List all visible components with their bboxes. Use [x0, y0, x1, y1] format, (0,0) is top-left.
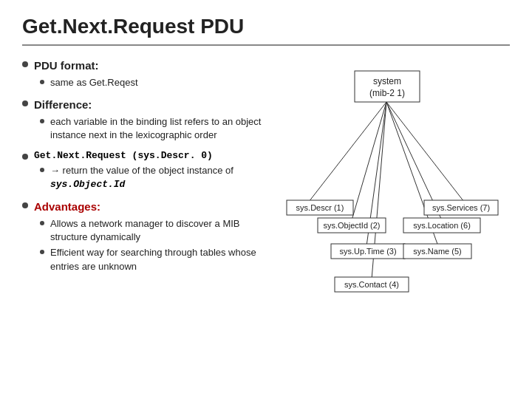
svg-text:sys.Name (5): sys.Name (5): [413, 247, 461, 256]
bullet-main-getnext: Get.Next.Request (sys.Descr. 0): [22, 150, 262, 161]
bullet-advantages: Advantages: Allows a network manager to …: [22, 199, 262, 273]
svg-line-6: [386, 102, 464, 202]
svg-text:sys.Contact (4): sys.Contact (4): [344, 280, 399, 289]
getnext-code-label: Get.Next.Request (sys.Descr. 0): [34, 150, 213, 161]
adv1-text: Allows a network manager to discover a M…: [50, 217, 262, 244]
sub-bullet-adv1: Allows a network manager to discover a M…: [40, 217, 262, 244]
svg-text:sys.ObjectId (2): sys.ObjectId (2): [323, 221, 380, 230]
bullet-dot: [22, 100, 28, 106]
right-column: system (mib-2 1) sys.Descr (1) sys.Objec…: [270, 58, 510, 316]
bullet-pdu-format: PDU format: same as Get.Reqest: [22, 58, 262, 89]
pdu-format-subs: same as Get.Reqest: [40, 76, 262, 89]
bullet-main-pdu: PDU format:: [22, 58, 262, 73]
svg-text:sys.Descr (1): sys.Descr (1): [296, 203, 344, 212]
sub-bullet-adv2: Efficient way for searching through tabl…: [40, 246, 262, 273]
sub-dot: [40, 250, 44, 254]
sub-bullet-same-as: same as Get.Reqest: [40, 76, 262, 89]
bullet-getnext: Get.Next.Request (sys.Descr. 0) → return…: [22, 150, 262, 191]
pdu-format-label: PDU format:: [34, 58, 99, 73]
bullet-main-adv: Advantages:: [22, 199, 262, 214]
svg-text:sys.Up.Time (3): sys.Up.Time (3): [339, 247, 396, 256]
left-column: PDU format: same as Get.Reqest Differenc…: [22, 58, 262, 316]
bullet-dot: [22, 202, 28, 208]
diff-subs: each variable in the binding list refers…: [40, 115, 262, 142]
bullet-main-diff: Difference:: [22, 97, 262, 112]
svg-text:system: system: [372, 76, 400, 86]
sub-bullet-each-var: each variable in the binding list refers…: [40, 115, 262, 142]
sub-dot: [40, 119, 44, 123]
sub-dot: [40, 221, 44, 225]
slide-title: Get.Next.Request PDU: [22, 15, 510, 46]
svg-text:sys.Services (7): sys.Services (7): [432, 203, 489, 212]
getnext-subs: → return the value of the object instanc…: [40, 164, 262, 191]
adv2-text: Efficient way for searching through tabl…: [50, 246, 262, 273]
bullet-dot: [22, 61, 28, 67]
return-text-plain: → return the value of the object instanc…: [50, 165, 233, 176]
sub-bullet-return-val: → return the value of the object instanc…: [40, 164, 262, 191]
svg-text:sys.Location (6): sys.Location (6): [413, 221, 471, 230]
slide: Get.Next.Request PDU PDU format: same as…: [0, 0, 532, 399]
content-area: PDU format: same as Get.Reqest Differenc…: [22, 58, 510, 316]
svg-text:(mib-2 1): (mib-2 1): [369, 88, 404, 98]
return-val-text: → return the value of the object instanc…: [50, 164, 262, 191]
sub-dot: [40, 80, 44, 84]
difference-label: Difference:: [34, 97, 92, 112]
sub-dot: [40, 168, 44, 172]
same-as-text: same as Get.Reqest: [50, 76, 138, 89]
return-code-text: sys.Object.Id: [50, 179, 125, 190]
bullet-dot: [22, 154, 28, 160]
tree-diagram: system (mib-2 1) sys.Descr (1) sys.Objec…: [287, 65, 494, 316]
advantages-subs: Allows a network manager to discover a M…: [40, 217, 262, 273]
each-var-text: each variable in the binding list refers…: [50, 115, 262, 142]
tree-svg: system (mib-2 1) sys.Descr (1) sys.Objec…: [287, 65, 494, 316]
advantages-label: Advantages:: [34, 199, 100, 214]
bullet-difference: Difference: each variable in the binding…: [22, 97, 262, 142]
